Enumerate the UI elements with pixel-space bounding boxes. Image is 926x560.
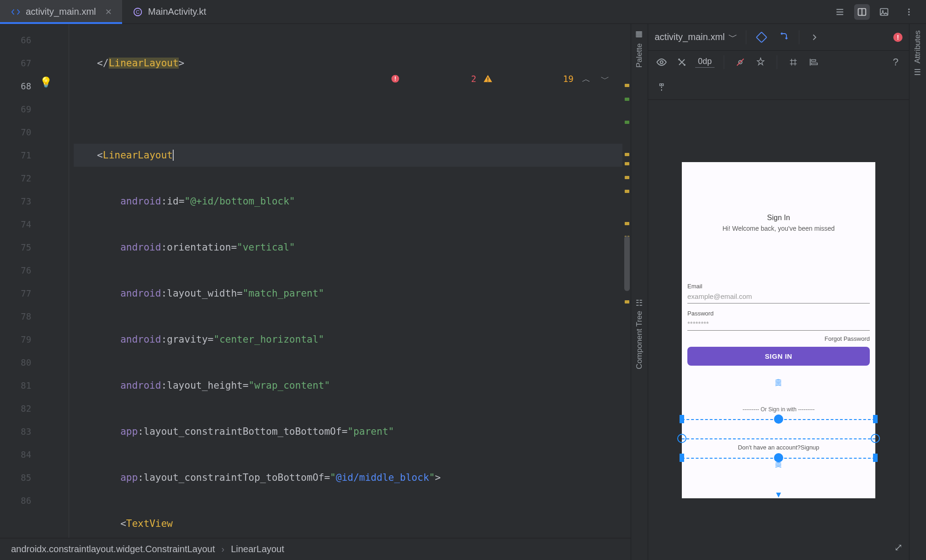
svg-point-8 bbox=[908, 14, 909, 15]
issues-icon[interactable]: ! bbox=[893, 33, 903, 42]
design-file-selector[interactable]: activity_main.xml ﹀ bbox=[655, 31, 738, 43]
resize-handle[interactable] bbox=[873, 454, 878, 462]
svg-rect-19 bbox=[811, 60, 815, 62]
xml-file-icon bbox=[10, 6, 21, 18]
intention-bulb-icon[interactable]: 💡 bbox=[40, 76, 52, 88]
svg-line-17 bbox=[737, 59, 744, 66]
editor-tab-bar: activity_main.xml ✕ C MainActivity.kt bbox=[0, 0, 926, 24]
email-label: Email bbox=[687, 283, 870, 290]
infer-constraints-icon[interactable] bbox=[754, 55, 768, 69]
sliders-icon: ☰ bbox=[913, 67, 922, 76]
resize-handle[interactable] bbox=[680, 454, 684, 462]
email-field: example@email.com bbox=[687, 290, 870, 303]
svg-point-7 bbox=[908, 11, 909, 12]
design-surface-icon[interactable] bbox=[755, 30, 768, 44]
svg-point-15 bbox=[684, 64, 686, 66]
svg-rect-20 bbox=[811, 63, 817, 65]
orientation-icon[interactable] bbox=[777, 30, 791, 44]
tab-label: activity_main.xml bbox=[26, 6, 96, 17]
password-label: Password bbox=[687, 310, 870, 317]
next-highlight-icon[interactable]: ﹀ bbox=[599, 67, 611, 90]
password-field: ******** bbox=[687, 317, 870, 331]
constraint-spring-icon: ⟨⟨⟨⟨⟨ bbox=[775, 379, 782, 415]
svg-point-13 bbox=[660, 61, 663, 64]
svg-rect-12 bbox=[756, 32, 767, 42]
tab-label: MainActivity.kt bbox=[148, 6, 206, 17]
left-tool-rail: Palette ▦ Component Tree ☷ bbox=[631, 24, 648, 560]
svg-text:!: ! bbox=[486, 76, 489, 83]
layout-preview[interactable]: Sign In Hi! Welcome back, you've been mi… bbox=[648, 100, 909, 560]
view-mode-code-icon[interactable] bbox=[832, 4, 848, 20]
selection-outline bbox=[682, 438, 875, 439]
clear-constraints-icon[interactable] bbox=[733, 55, 747, 69]
kotlin-class-icon: C bbox=[132, 6, 143, 18]
right-tool-rail: ☰ Attributes bbox=[909, 24, 926, 560]
scrollbar-thumb[interactable] bbox=[624, 236, 630, 291]
design-toolbar: 0dp bbox=[648, 51, 909, 100]
editor-gutter: 66 67 68 69 70 71 72 73 74 75 76 77 78 7… bbox=[0, 24, 69, 538]
svg-text:!: ! bbox=[394, 75, 398, 82]
component-tree-tool-button[interactable]: Component Tree ☷ bbox=[635, 298, 644, 369]
error-stripe[interactable] bbox=[622, 24, 631, 538]
align-icon[interactable] bbox=[807, 55, 821, 69]
view-mode-split-icon[interactable] bbox=[854, 4, 870, 20]
prev-highlight-icon[interactable]: ︿ bbox=[580, 67, 592, 90]
attributes-tool-button[interactable]: ☰ Attributes bbox=[913, 30, 922, 76]
palette-icon: ▦ bbox=[635, 30, 644, 40]
chevron-down-icon: ﹀ bbox=[728, 31, 738, 43]
tab-main-activity-kt[interactable]: C MainActivity.kt bbox=[122, 0, 216, 23]
svg-point-5 bbox=[882, 10, 884, 12]
error-count: 2 bbox=[471, 67, 476, 90]
more-icon[interactable] bbox=[901, 4, 917, 20]
help-icon[interactable]: ? bbox=[889, 55, 903, 69]
guidelines-icon[interactable] bbox=[655, 81, 668, 95]
pack-icon[interactable] bbox=[786, 55, 800, 69]
svg-point-6 bbox=[908, 8, 909, 10]
view-mode-design-icon[interactable] bbox=[876, 4, 892, 20]
close-icon[interactable]: ✕ bbox=[105, 7, 112, 17]
warning-count: 19 bbox=[563, 67, 574, 90]
code-editor[interactable]: </LinearLayout> <LinearLayout android:id… bbox=[69, 24, 622, 538]
breadcrumb-item[interactable]: androidx.constraintlayout.widget.Constra… bbox=[11, 544, 215, 554]
tree-icon: ☷ bbox=[635, 298, 644, 307]
svg-text:C: C bbox=[136, 9, 140, 14]
constraint-handle-open[interactable] bbox=[871, 434, 880, 443]
chevron-right-icon: › bbox=[221, 544, 224, 554]
autoconnect-icon[interactable] bbox=[675, 55, 689, 69]
svg-point-14 bbox=[678, 58, 680, 60]
palette-tool-button[interactable]: Palette ▦ bbox=[635, 30, 644, 68]
signin-button: SIGN IN bbox=[687, 347, 870, 366]
resize-handle[interactable] bbox=[873, 415, 878, 423]
design-surface-header: activity_main.xml ﹀ ! bbox=[648, 24, 909, 51]
next-icon[interactable] bbox=[808, 30, 821, 44]
view-options-icon[interactable] bbox=[655, 55, 668, 69]
preview-title: Sign In bbox=[682, 214, 875, 222]
constraint-spring-icon: ⟨⟨⟨⟨ bbox=[775, 461, 782, 489]
constraint-handle-open[interactable] bbox=[677, 434, 686, 443]
breadcrumb-item[interactable]: LinearLayout bbox=[231, 544, 284, 554]
signup-text: Don't have an account?Signup bbox=[682, 444, 875, 451]
zoom-controls-icon[interactable]: ⤢ bbox=[894, 542, 903, 554]
preview-subtitle: Hi! Welcome back, you've been missed bbox=[682, 225, 875, 232]
error-icon: ! bbox=[391, 28, 464, 129]
warning-icon: ! bbox=[483, 28, 557, 130]
inspections-widget[interactable]: ! 2 ! 19 ︿ ﹀ bbox=[391, 28, 611, 130]
breadcrumb[interactable]: androidx.constraintlayout.widget.Constra… bbox=[0, 538, 631, 560]
constraint-anchor[interactable] bbox=[774, 453, 783, 462]
tab-activity-main-xml[interactable]: activity_main.xml ✕ bbox=[0, 0, 122, 23]
forgot-password-link: Forgot Password bbox=[687, 335, 870, 342]
arrow-down-icon: ▼ bbox=[774, 490, 783, 500]
constraint-anchor[interactable] bbox=[774, 414, 783, 424]
resize-handle[interactable] bbox=[680, 415, 684, 423]
device-frame: Sign In Hi! Welcome back, you've been mi… bbox=[682, 162, 875, 498]
default-margin-value[interactable]: 0dp bbox=[695, 57, 715, 68]
